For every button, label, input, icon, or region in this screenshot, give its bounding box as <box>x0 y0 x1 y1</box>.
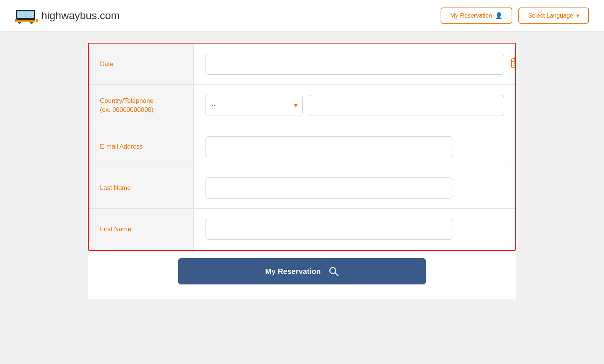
header-buttons: My Reservation 👤 Select Language ▾ <box>441 8 589 24</box>
telephone-field: -- ▾ <box>194 85 515 126</box>
email-field <box>194 126 515 167</box>
logo-brand: highwaybus <box>41 10 97 21</box>
select-language-label: Select Language <box>528 12 573 19</box>
email-row: E-mail Address <box>89 126 515 167</box>
first-name-field <box>194 209 515 250</box>
search-icon <box>328 266 339 277</box>
svg-rect-2 <box>17 12 25 18</box>
phone-input[interactable] <box>309 95 504 116</box>
select-language-button[interactable]: Select Language ▾ <box>518 8 589 24</box>
telephone-label: Country/Telephone (ex. 00000000000) <box>89 85 194 126</box>
date-input[interactable] <box>205 54 504 75</box>
email-input[interactable] <box>205 136 453 157</box>
svg-rect-9 <box>36 19 38 22</box>
main-content: Date <box>0 32 604 311</box>
logo-area: highwaybus.com <box>15 8 120 24</box>
email-label: E-mail Address <box>89 126 194 167</box>
my-reservation-button[interactable]: My Reservation 👤 <box>441 8 512 24</box>
submit-button[interactable]: My Reservation <box>178 258 426 284</box>
last-name-field <box>194 167 515 208</box>
svg-rect-10 <box>16 20 35 21</box>
logo-suffix: .com <box>97 10 120 21</box>
date-input-wrapper <box>205 54 504 75</box>
submit-label: My Reservation <box>265 267 321 276</box>
logo-text: highwaybus.com <box>41 10 120 22</box>
country-select[interactable]: -- <box>205 95 303 116</box>
my-reservation-label: My Reservation <box>450 12 492 19</box>
svg-line-23 <box>335 273 338 276</box>
bus-logo-icon <box>15 8 38 24</box>
submit-area: My Reservation <box>88 251 516 299</box>
svg-rect-3 <box>26 12 34 18</box>
first-name-row: First Name <box>89 209 515 250</box>
date-field <box>194 44 515 84</box>
reservation-form: Date <box>88 43 516 251</box>
last-name-label: Last Name <box>89 167 194 208</box>
svg-rect-11 <box>16 21 35 22</box>
first-name-label: First Name <box>89 209 194 250</box>
telephone-row: Country/Telephone (ex. 00000000000) -- ▾ <box>89 85 515 126</box>
country-select-wrapper: -- ▾ <box>205 95 303 116</box>
last-name-input[interactable] <box>205 177 453 199</box>
date-row: Date <box>89 44 515 85</box>
svg-point-19 <box>514 65 515 66</box>
date-label: Date <box>89 44 194 84</box>
svg-point-16 <box>514 63 515 64</box>
person-icon: 👤 <box>495 12 503 19</box>
dropdown-icon: ▾ <box>576 12 579 19</box>
last-name-row: Last Name <box>89 167 515 209</box>
first-name-input[interactable] <box>205 219 453 240</box>
header: highwaybus.com My Reservation 👤 Select L… <box>0 0 604 32</box>
calendar-icon[interactable] <box>511 57 516 71</box>
